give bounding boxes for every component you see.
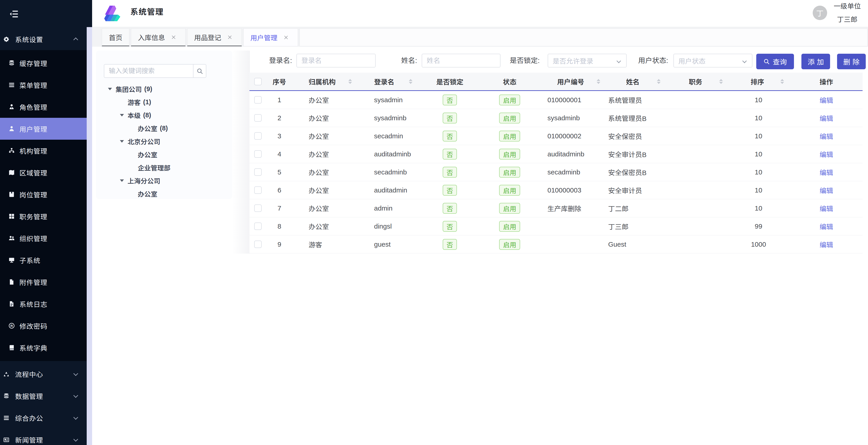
sidebar-item-system-settings[interactable]: 系统设置 xyxy=(0,28,87,50)
tab[interactable]: 首页 xyxy=(102,28,129,46)
edit-link[interactable]: 编辑 xyxy=(820,167,833,177)
edit-link[interactable]: 编辑 xyxy=(820,240,833,249)
table-header-cell[interactable]: 归属机构 xyxy=(292,76,364,87)
row-checkbox[interactable] xyxy=(254,96,261,103)
row-checkbox[interactable] xyxy=(254,168,261,176)
tab[interactable]: 入库信息 xyxy=(131,28,186,46)
row-checkbox[interactable] xyxy=(254,204,261,212)
cell-name: 丁三郎 xyxy=(605,221,666,231)
tab-close-icon[interactable] xyxy=(283,35,289,40)
caret-down-icon[interactable] xyxy=(120,180,124,182)
table-header-cell[interactable]: 职务 xyxy=(666,76,727,87)
sidebar-item[interactable]: 子系统 xyxy=(0,249,87,271)
edit-link[interactable]: 编辑 xyxy=(820,113,833,123)
edit-link[interactable]: 编辑 xyxy=(820,203,833,213)
tree-node[interactable]: 集团公司 (9) xyxy=(96,83,232,95)
tree-search-group xyxy=(104,64,206,78)
sidebar-collapse-button[interactable] xyxy=(9,9,19,19)
sidebar-item[interactable]: 职务管理 xyxy=(0,205,87,227)
row-checkbox[interactable] xyxy=(254,222,261,230)
sidebar-item[interactable]: 菜单管理 xyxy=(0,74,87,96)
edit-link[interactable]: 编辑 xyxy=(820,149,833,159)
sidebar-item[interactable]: 组织管理 xyxy=(0,227,87,249)
table-header-cell[interactable]: 姓名 xyxy=(605,76,666,87)
tree-node[interactable]: 本级 (8) xyxy=(96,108,232,122)
sort-icon[interactable] xyxy=(719,79,723,84)
sort-icon[interactable] xyxy=(780,79,784,84)
select-all-checkbox[interactable] xyxy=(254,78,261,85)
tree-node[interactable]: 企业管理部 xyxy=(96,161,232,174)
sort-icon[interactable] xyxy=(348,79,352,84)
sidebar-section[interactable]: 综合办公 xyxy=(0,407,87,429)
tree-node[interactable]: 办公室 (8) xyxy=(96,122,232,135)
table-header-cell[interactable]: 状态 xyxy=(475,76,544,87)
table-header-cell[interactable] xyxy=(249,78,267,85)
sidebar-item-label: 子系统 xyxy=(20,255,40,265)
tab-label: 用品登记 xyxy=(194,32,221,42)
sidebar-item[interactable]: 机构管理 xyxy=(0,140,87,162)
tab[interactable]: 用品登记 xyxy=(187,28,242,46)
collapse-menu-icon xyxy=(9,9,19,19)
delete-button[interactable]: 删除 xyxy=(837,54,866,69)
row-checkbox[interactable] xyxy=(254,186,261,194)
tree-search-button[interactable] xyxy=(193,64,206,78)
status-filter-select[interactable]: 用户状态 xyxy=(673,54,752,67)
sidebar-item[interactable]: 系统字典 xyxy=(0,337,87,358)
table-header-cell[interactable]: 序号 xyxy=(267,76,292,87)
row-checkbox[interactable] xyxy=(254,150,261,158)
login-filter-input[interactable] xyxy=(297,54,376,67)
sidebar-item[interactable]: 缓存管理 xyxy=(0,52,87,74)
sidebar-item[interactable]: 角色管理 xyxy=(0,96,87,118)
cell-name: 安全审计员B xyxy=(605,149,666,159)
caret-down-icon[interactable] xyxy=(120,140,124,142)
avatar[interactable]: 丁 xyxy=(813,6,827,20)
table-header-cell[interactable]: 登录名 xyxy=(364,76,425,87)
edit-link[interactable]: 编辑 xyxy=(820,131,833,141)
tab-close-icon[interactable] xyxy=(227,34,232,40)
add-button[interactable]: 添加 xyxy=(801,54,830,69)
tree-node[interactable]: 游客 (1) xyxy=(96,95,232,108)
tree-node[interactable]: 北京分公司 xyxy=(96,135,232,148)
sidebar-section[interactable]: 数据管理 xyxy=(0,385,87,407)
edit-link[interactable]: 编辑 xyxy=(820,95,833,105)
edit-link[interactable]: 编辑 xyxy=(820,185,833,195)
tab-close-icon[interactable] xyxy=(171,34,176,40)
sidebar-section[interactable]: 流程中心 xyxy=(0,363,87,385)
sidebar-item-icon xyxy=(8,82,15,88)
tree-node[interactable]: 办公室 xyxy=(96,148,232,161)
table-header-cell[interactable]: 操作 xyxy=(790,76,863,87)
sidebar-section-label: 系统设置 xyxy=(15,34,43,44)
sidebar-item[interactable]: 岗位管理 xyxy=(0,184,87,205)
name-filter-input[interactable] xyxy=(422,54,500,67)
tree-node[interactable]: 办公室 xyxy=(96,187,232,200)
tree-node-label: 北京分公司 xyxy=(128,136,160,146)
table-header-cell[interactable]: 是否锁定 xyxy=(425,76,475,87)
sidebar-item[interactable]: 区域管理 xyxy=(0,162,87,184)
row-checkbox[interactable] xyxy=(254,132,261,140)
sort-icon[interactable] xyxy=(597,79,600,84)
sidebar-item-label: 用户管理 xyxy=(20,124,48,134)
sidebar-section-label: 数据管理 xyxy=(15,391,43,401)
sidebar-section[interactable]: 新闻管理 xyxy=(0,429,87,445)
tree-node[interactable]: 上海分公司 xyxy=(96,174,232,187)
table-header-cell[interactable]: 排序 xyxy=(727,76,790,87)
tab[interactable]: 用户管理 xyxy=(243,28,298,46)
locked-filter-select[interactable]: 是否允许登录 xyxy=(548,54,627,67)
caret-down-icon[interactable] xyxy=(120,114,124,117)
sort-icon[interactable] xyxy=(409,79,412,84)
sidebar-item[interactable]: 修改密码 xyxy=(0,315,87,337)
table-header-cell[interactable]: 用户编号 xyxy=(544,76,605,87)
edit-link[interactable]: 编辑 xyxy=(820,221,833,231)
query-button[interactable]: 查询 xyxy=(756,54,794,69)
table-row: 2 办公室 sysadminb 否 启用 sysadminb 系统管理员B 10… xyxy=(249,109,863,127)
row-checkbox[interactable] xyxy=(254,114,261,122)
sort-icon[interactable] xyxy=(657,79,660,84)
row-checkbox[interactable] xyxy=(254,241,261,248)
sidebar-item[interactable]: 用户管理 xyxy=(0,118,87,140)
column-label: 操作 xyxy=(820,76,833,87)
sidebar-item[interactable]: 附件管理 xyxy=(0,271,87,293)
sidebar-item[interactable]: 系统日志 xyxy=(0,293,87,315)
tree-search-input[interactable] xyxy=(104,64,193,78)
caret-down-icon[interactable] xyxy=(108,88,112,90)
user-block[interactable]: 一级单位 丁三郎 xyxy=(828,0,866,24)
